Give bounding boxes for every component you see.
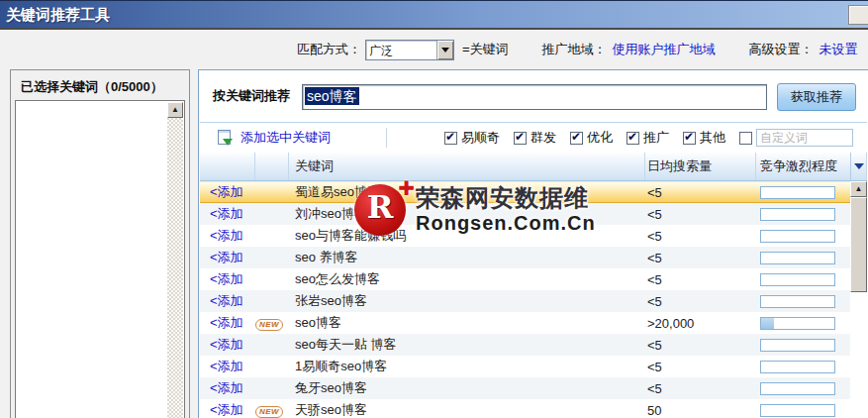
scrollbar-thumb[interactable]	[850, 197, 867, 292]
watermark: R ✚ 荣森网安数据维 Rongsen.Com.Cn	[354, 184, 596, 236]
table-scrollbar[interactable]: ▲	[850, 181, 867, 418]
table-row[interactable]: <添加 seo怎么发博客 <5	[200, 268, 850, 290]
filter-item: 推广	[627, 129, 669, 147]
recommend-panel: 按关键词推荐 seo博客 获取推荐 添加选中关键词 易顺奇 群发 优化 推广 其…	[198, 69, 868, 418]
header-competition[interactable]: 竞争激烈程度	[756, 153, 850, 180]
match-type-label: 匹配方式：	[297, 41, 361, 58]
region-link[interactable]: 使用账户推广地域	[613, 41, 716, 58]
add-link[interactable]: <添加	[210, 379, 255, 397]
filter-label: 群发	[530, 129, 556, 147]
region-label: 推广地域：	[542, 41, 607, 58]
table-toolbar: 添加选中关键词 易顺奇 群发 优化 推广 其他	[200, 123, 867, 153]
selected-keywords-panel: 已选择关键词（0/5000） ▲	[10, 69, 190, 418]
table-row[interactable]: <添加 NEW seo博客 >20,000	[200, 312, 850, 334]
match-type-select[interactable]: 广泛	[365, 40, 454, 60]
add-link[interactable]: <添加	[210, 336, 255, 354]
volume-cell: 50	[645, 403, 756, 418]
table-row[interactable]: <添加 张岩seo博客 <5	[200, 290, 850, 312]
search-label: 按关键词推荐	[213, 87, 290, 105]
new-badge: NEW	[255, 406, 283, 418]
new-badge: NEW	[255, 319, 283, 331]
table-row[interactable]: <添加 1易顺奇seo博客 <5	[200, 356, 850, 377]
header-dropdown[interactable]	[850, 153, 867, 180]
table-row[interactable]: <添加 兔牙seo博客 <5	[200, 377, 850, 399]
window-title: 关键词推荐工具	[0, 1, 868, 28]
dropdown-button[interactable]	[436, 41, 453, 59]
header-volume[interactable]: 日均搜索量	[645, 153, 756, 180]
window-titlebar: 关键词推荐工具	[0, 0, 868, 30]
competition-bar	[760, 208, 835, 221]
keyword-cell: 1易顺奇seo博客	[289, 358, 645, 375]
filter-label: 易顺奇	[461, 129, 500, 147]
add-link[interactable]: <添加	[210, 249, 255, 266]
volume-cell: <5	[645, 360, 756, 374]
add-link[interactable]: <添加	[210, 227, 255, 245]
add-link[interactable]: <添加	[210, 205, 255, 223]
volume-cell: <5	[645, 294, 756, 309]
custom-word-checkbox[interactable]	[739, 132, 752, 145]
custom-word-filter	[739, 129, 853, 147]
rongsen-logo-icon: R ✚	[354, 184, 406, 236]
filter-item: 易顺奇	[444, 129, 500, 147]
selected-keywords-list[interactable]: ▲	[15, 100, 185, 418]
custom-word-input[interactable]	[756, 129, 853, 147]
filter-label: 优化	[587, 129, 613, 147]
volume-cell: <5	[645, 381, 756, 396]
left-scrollbar[interactable]: ▲	[167, 102, 183, 418]
search-row: 按关键词推荐 seo博客 获取推荐	[199, 82, 868, 112]
volume-cell: <5	[645, 338, 756, 353]
add-link[interactable]: <添加	[210, 183, 255, 201]
add-link[interactable]: <添加	[210, 314, 255, 332]
scrollbar-track[interactable]	[167, 118, 183, 418]
filter-checkbox[interactable]	[514, 132, 527, 145]
table-row[interactable]: <添加 seo每天一贴 博客 <5	[200, 334, 850, 356]
competition-bar	[760, 382, 835, 395]
scroll-up-icon[interactable]: ▲	[850, 181, 867, 197]
table-row[interactable]: <添加 NEW 天骄seo博客 50	[200, 399, 850, 418]
competition-bar	[760, 230, 835, 243]
filter-checkbox[interactable]	[570, 132, 583, 145]
advanced-settings-label: 高级设置：	[749, 41, 814, 58]
volume-cell: >20,000	[645, 316, 756, 331]
filter-checkbox[interactable]	[444, 132, 457, 145]
filter-checkbox[interactable]	[627, 132, 639, 145]
get-recommend-button[interactable]: 获取推荐	[777, 83, 856, 111]
watermark-line1: 荣森网安数据维	[416, 184, 596, 212]
keyword-cell: seo怎么发博客	[289, 270, 645, 288]
match-type-suffix: =关键词	[462, 41, 509, 58]
header-spacer	[200, 153, 210, 180]
competition-bar	[760, 361, 835, 373]
selected-keywords-title: 已选择关键词（0/5000）	[11, 70, 189, 102]
add-selected-keywords-link[interactable]: 添加选中关键词	[241, 129, 331, 147]
keyword-cell: seo每天一贴 博客	[289, 336, 645, 354]
header-keyword[interactable]: 关键词	[289, 153, 645, 180]
volume-cell: <5	[645, 229, 756, 244]
add-link[interactable]: <添加	[210, 270, 255, 288]
filter-item: 群发	[514, 129, 556, 147]
add-link[interactable]: <添加	[210, 401, 255, 418]
window-control-button[interactable]	[848, 5, 868, 25]
add-link[interactable]: <添加	[210, 358, 255, 375]
keyword-cell: 张岩seo博客	[289, 292, 645, 310]
search-input[interactable]: seo博客	[302, 84, 767, 110]
chevron-down-icon	[854, 163, 864, 169]
filter-group: 易顺奇 群发 优化 推广 其他	[444, 129, 867, 147]
filter-checkbox[interactable]	[683, 132, 696, 145]
competition-bar	[760, 339, 835, 352]
add-link[interactable]: <添加	[210, 292, 255, 310]
watermark-text: 荣森网安数据维 Rongsen.Com.Cn	[416, 184, 596, 235]
search-input-selected-text: seo博客	[305, 87, 359, 105]
table-row[interactable]: <添加 seo 养博客 <5	[200, 247, 850, 268]
advanced-settings-link[interactable]: 未设置	[820, 41, 858, 58]
scroll-up-icon[interactable]: ▲	[167, 102, 183, 118]
volume-cell: <5	[645, 251, 756, 265]
competition-bar	[760, 186, 835, 199]
competition-bar	[760, 273, 835, 286]
competition-bar	[760, 295, 835, 308]
volume-cell: <5	[645, 207, 756, 222]
divider	[386, 128, 387, 148]
filter-item: 其他	[683, 129, 725, 147]
table-header: 关键词 日均搜索量 竞争激烈程度	[200, 153, 867, 181]
chevron-down-icon	[441, 48, 449, 52]
add-keywords-icon	[217, 130, 233, 146]
